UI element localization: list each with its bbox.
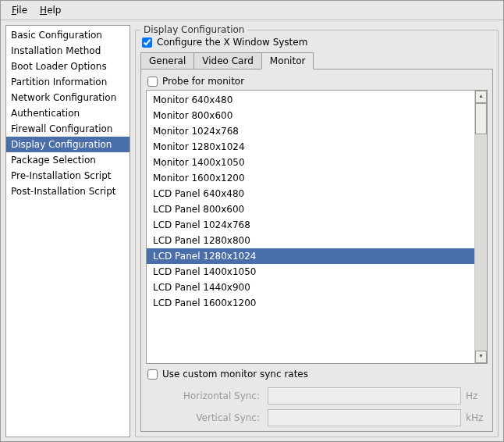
content: Display Configuration Configure the X Wi… <box>135 25 499 437</box>
scrollbar[interactable]: ▴ ▾ <box>474 91 487 363</box>
display-config-group: Display Configuration Configure the X Wi… <box>135 30 499 437</box>
hsync-label: Horizontal Sync: <box>146 390 263 401</box>
list-item[interactable]: LCD Panel 640x480 <box>147 186 474 201</box>
tab[interactable]: Video Card <box>193 52 262 69</box>
group-title: Display Configuration <box>140 24 247 35</box>
custom-sync-check[interactable]: Use custom monitor sync rates <box>146 364 488 383</box>
list-item[interactable]: Monitor 1024x768 <box>147 123 474 139</box>
sidebar-item[interactable]: Partition Information <box>6 74 130 90</box>
hsync-input <box>268 387 461 405</box>
tab[interactable]: General <box>140 52 194 69</box>
custom-sync-checkbox[interactable] <box>147 369 158 380</box>
vsync-row: Vertical Sync: kHz <box>146 405 488 426</box>
list-item[interactable]: Monitor 800x600 <box>147 108 474 123</box>
configure-x-checkbox[interactable] <box>142 37 152 48</box>
list-item[interactable]: Monitor 640x480 <box>147 92 474 108</box>
monitor-list-container: Monitor 640x480Monitor 800x600Monitor 10… <box>146 90 488 364</box>
scroll-track[interactable] <box>475 103 487 351</box>
sidebar-item[interactable]: Authentication <box>6 105 130 121</box>
custom-sync-label: Use custom monitor sync rates <box>162 369 308 380</box>
vsync-label: Vertical Sync: <box>146 412 263 423</box>
tabs: GeneralVideo CardMonitor <box>140 52 493 69</box>
sidebar-item[interactable]: Package Selection <box>6 152 130 168</box>
tab-panel-monitor: Probe for monitor Monitor 640x480Monitor… <box>140 69 493 432</box>
scroll-up-icon[interactable]: ▴ <box>475 91 487 103</box>
configure-x-check[interactable]: Configure the X Window System <box>140 35 493 52</box>
list-item[interactable]: Monitor 1280x1024 <box>147 139 474 155</box>
probe-monitor-check[interactable]: Probe for monitor <box>146 74 488 90</box>
monitor-list[interactable]: Monitor 640x480Monitor 800x600Monitor 10… <box>147 91 474 363</box>
scroll-down-icon[interactable]: ▾ <box>475 351 487 363</box>
list-item[interactable]: LCD Panel 1600x1200 <box>147 295 474 311</box>
sidebar-item[interactable]: Firewall Configuration <box>6 121 130 137</box>
list-item[interactable]: LCD Panel 1280x1024 <box>147 248 474 264</box>
sidebar-item[interactable]: Installation Method <box>6 43 130 59</box>
probe-monitor-checkbox[interactable] <box>147 77 158 87</box>
menu-help[interactable]: Help <box>34 3 67 17</box>
list-item[interactable]: LCD Panel 1400x1050 <box>147 264 474 280</box>
menubar: File Help <box>1 1 503 20</box>
sidebar-item[interactable]: Network Configuration <box>6 90 130 105</box>
list-item[interactable]: LCD Panel 800x600 <box>147 201 474 217</box>
sidebar-item[interactable]: Boot Loader Options <box>6 59 130 74</box>
list-item[interactable]: Monitor 1400x1050 <box>147 155 474 170</box>
configure-x-label: Configure the X Window System <box>157 37 307 48</box>
main-area: Basic ConfigurationInstallation MethodBo… <box>1 20 503 442</box>
vsync-input <box>268 409 461 426</box>
probe-monitor-label: Probe for monitor <box>162 76 244 87</box>
sidebar-item[interactable]: Pre-Installation Script <box>6 168 130 184</box>
sidebar-item[interactable]: Basic Configuration <box>6 27 130 43</box>
sidebar-item[interactable]: Post-Installation Script <box>6 184 130 199</box>
list-item[interactable]: Monitor 1600x1200 <box>147 170 474 186</box>
vsync-unit: kHz <box>466 412 488 423</box>
scroll-thumb[interactable] <box>475 103 487 134</box>
tab[interactable]: Monitor <box>261 52 314 70</box>
menu-file[interactable]: File <box>5 3 34 17</box>
hsync-unit: Hz <box>466 390 488 401</box>
sidebar: Basic ConfigurationInstallation MethodBo… <box>5 25 130 437</box>
hsync-row: Horizontal Sync: Hz <box>146 383 488 405</box>
list-item[interactable]: LCD Panel 1280x800 <box>147 233 474 248</box>
sidebar-item[interactable]: Display Configuration <box>6 137 130 152</box>
list-item[interactable]: LCD Panel 1440x900 <box>147 280 474 295</box>
list-item[interactable]: LCD Panel 1024x768 <box>147 217 474 233</box>
